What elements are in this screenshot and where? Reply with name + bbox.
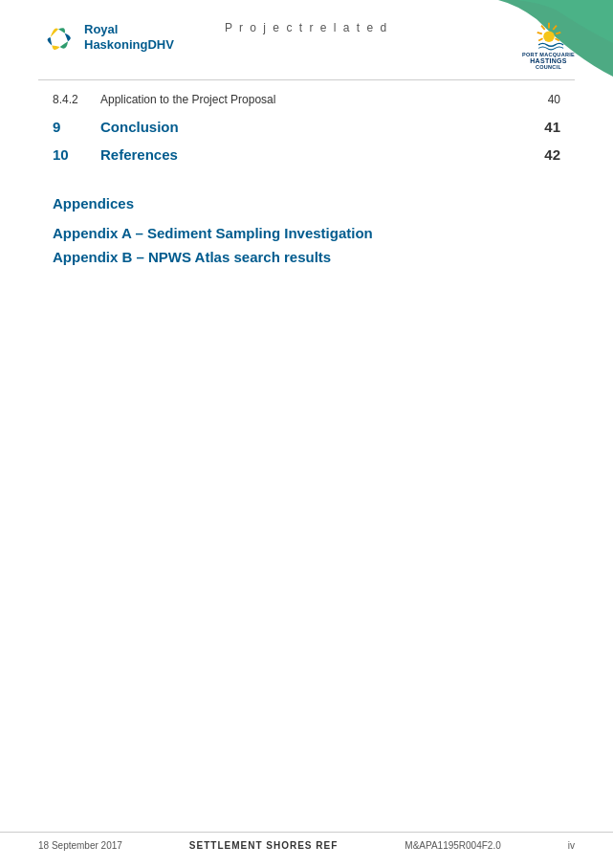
logo-hdhv-text: HaskoningDHV [84, 37, 174, 53]
appendices-header: Appendices [53, 195, 560, 211]
footer-title: SETTLEMENT SHORES REF [189, 840, 338, 851]
pmhc-logo: PORT MACQUARIE HASTINGS COUNCIL [522, 17, 575, 70]
pmhc-sun-icon [532, 17, 566, 52]
toc-title-9: Conclusion [100, 119, 179, 135]
toc-title-10: References [100, 146, 178, 163]
footer-date: 18 September 2017 [38, 840, 122, 851]
document-page: Royal HaskoningDHV P r o j e c t r e l a… [0, 0, 613, 868]
appendix-b: Appendix B – NPWS Atlas search results [53, 249, 560, 265]
pmhc-council-text: PORT MACQUARIE HASTINGS COUNCIL [522, 52, 575, 70]
svg-line-8 [536, 33, 541, 33]
appendices-section: Appendices Appendix A – Sediment Samplin… [0, 167, 613, 265]
svg-line-9 [538, 38, 542, 40]
footer-page: iv [568, 840, 575, 851]
toc-page-9: 41 [544, 119, 560, 135]
rhdhv-star-icon [38, 17, 78, 57]
toc-number-9: 9 [53, 119, 81, 135]
svg-point-2 [543, 31, 555, 42]
toc-title-8-4-2: Application to the Project Proposal [100, 93, 275, 106]
toc-page-8-4-2: 40 [548, 93, 560, 106]
toc-number-10: 10 [53, 146, 81, 163]
svg-line-5 [556, 33, 560, 33]
footer-ref: M&APA1195R004F2.0 [405, 840, 500, 851]
svg-line-4 [553, 26, 557, 30]
royal-haskoningdhv-logo: Royal HaskoningDHV [38, 17, 174, 57]
page-footer: 18 September 2017 SETTLEMENT SHORES REF … [0, 832, 613, 851]
toc-page-10: 42 [544, 146, 560, 163]
project-related-label: P r o j e c t r e l a t e d [225, 21, 388, 34]
page-header: Royal HaskoningDHV P r o j e c t r e l a… [0, 0, 613, 79]
svg-line-7 [541, 26, 545, 30]
toc-entry-10: 10 References 42 [53, 143, 560, 167]
toc-entry-9: 9 Conclusion 41 [53, 115, 560, 139]
toc-number-8-4-2: 8.4.2 [53, 93, 89, 106]
logo-royal-text: Royal [84, 22, 174, 37]
svg-point-1 [55, 33, 64, 43]
appendix-a: Appendix A – Sediment Sampling Investiga… [53, 225, 560, 241]
toc-section: 8.4.2 Application to the Project Proposa… [0, 80, 613, 167]
toc-entry-8-4-2: 8.4.2 Application to the Project Proposa… [53, 90, 560, 109]
svg-line-6 [555, 38, 558, 40]
rhdhv-text: Royal HaskoningDHV [84, 22, 174, 52]
